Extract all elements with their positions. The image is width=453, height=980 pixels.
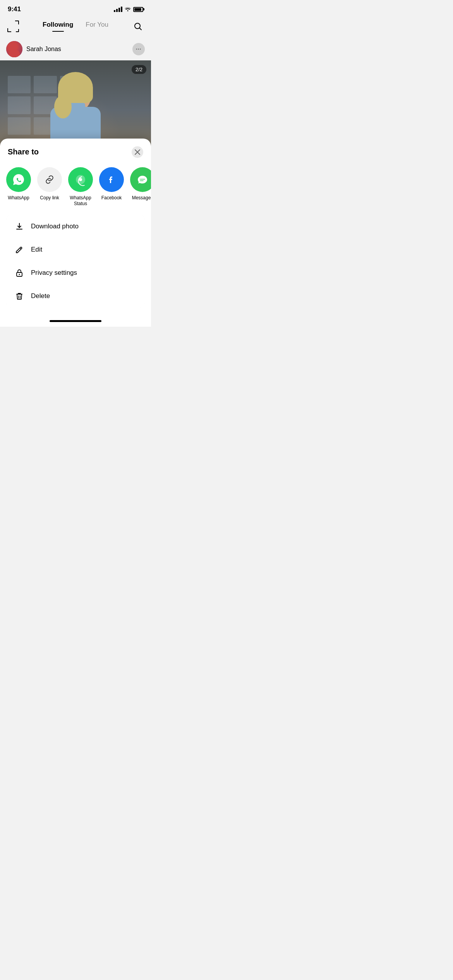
edit-icon (14, 244, 25, 255)
window-pane (8, 96, 31, 114)
avatar (6, 41, 22, 57)
share-sheet: Share to WhatsApp (0, 139, 151, 327)
privacy-settings-item[interactable]: Privacy settings (6, 261, 145, 284)
action-list: Download photo Edit Privac (6, 215, 145, 308)
messages-icon (130, 167, 151, 192)
share-app-facebook[interactable]: Facebook (99, 167, 124, 207)
tab-foryou[interactable]: For You (86, 21, 108, 32)
status-bar: 9:41 (0, 0, 151, 16)
share-app-whatsapp-status[interactable]: WhatsApp Status (68, 167, 93, 207)
facebook-label: Facebook (101, 195, 122, 201)
face-id-icon (7, 21, 19, 32)
share-title: Share to (8, 147, 39, 156)
status-icons (114, 6, 143, 12)
face-id-corner-br (16, 29, 19, 32)
close-button[interactable] (132, 146, 143, 158)
window-pane (8, 117, 31, 135)
download-photo-item[interactable]: Download photo (6, 215, 145, 238)
post-header: Sarah Jonas ··· (0, 38, 151, 60)
close-icon (135, 149, 140, 155)
lock-icon (14, 267, 25, 278)
download-photo-label: Download photo (31, 223, 79, 230)
privacy-settings-label: Privacy settings (31, 269, 77, 277)
nav-tabs: Following For You (20, 21, 131, 32)
svg-point-4 (19, 274, 20, 275)
share-header: Share to (0, 146, 151, 164)
home-bar (50, 320, 101, 322)
trash-icon (14, 291, 25, 302)
facebook-icon (99, 167, 124, 192)
home-indicator (0, 317, 151, 327)
whatsapp-label: WhatsApp (8, 195, 29, 201)
nav-header: Following For You (0, 16, 151, 38)
face-id-button[interactable] (6, 19, 20, 33)
share-app-copylink[interactable]: Copy link (37, 167, 62, 207)
edit-item[interactable]: Edit (6, 238, 145, 261)
avatar-image (6, 41, 22, 57)
whatsapp-status-label: WhatsApp Status (68, 195, 93, 207)
edit-label: Edit (31, 246, 42, 254)
messages-label: Messages (132, 195, 151, 201)
figure-hair (58, 72, 93, 103)
battery-icon (133, 7, 143, 12)
copy-link-label: Copy link (40, 195, 59, 201)
tab-following[interactable]: Following (43, 21, 73, 32)
delete-label: Delete (31, 292, 50, 300)
share-apps-row: WhatsApp Copy link WhatsApp Status (0, 164, 151, 215)
search-button[interactable] (131, 19, 145, 33)
wifi-icon (125, 6, 131, 12)
svg-point-1 (79, 178, 82, 181)
more-options-button[interactable]: ··· (132, 43, 145, 55)
whatsapp-icon (6, 167, 31, 192)
window-pane (8, 76, 31, 93)
svg-rect-2 (16, 229, 22, 230)
signal-icon (114, 7, 122, 12)
status-time: 9:41 (8, 5, 21, 13)
whatsapp-status-icon (68, 167, 93, 192)
post-username: Sarah Jonas (26, 46, 132, 53)
share-app-whatsapp[interactable]: WhatsApp (6, 167, 31, 207)
share-app-messages[interactable]: Messages (130, 167, 151, 207)
image-counter: 2/2 (132, 65, 146, 74)
search-icon (133, 22, 142, 31)
copy-link-icon (37, 167, 62, 192)
download-icon (14, 221, 25, 232)
delete-item[interactable]: Delete (6, 284, 145, 308)
